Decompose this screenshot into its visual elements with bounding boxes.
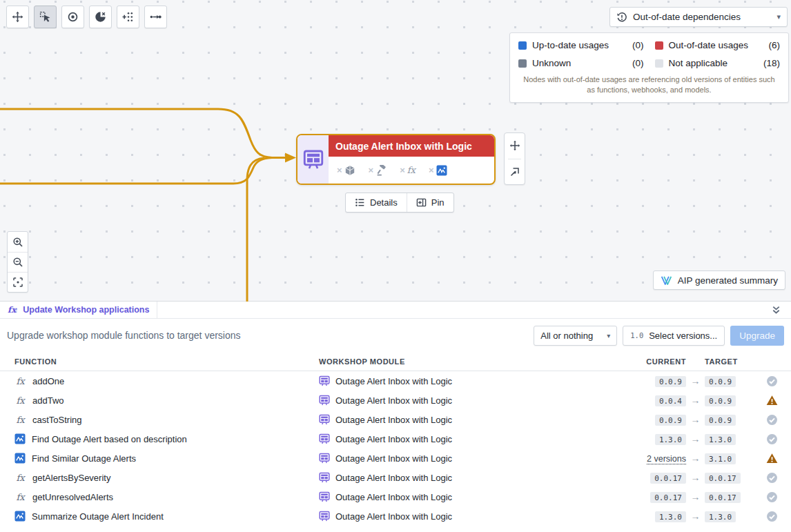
workshop-module-icon	[319, 414, 330, 425]
workshop-module-icon	[319, 491, 330, 502]
function-fx-icon: fx	[14, 415, 26, 425]
legend-item-unknown: Unknown (0)	[518, 58, 644, 68]
open-in-graph-button[interactable]	[505, 159, 525, 185]
object-cube-icon	[344, 165, 355, 176]
arrow-right-icon: →	[686, 375, 705, 386]
move-icon	[12, 11, 23, 23]
table-row[interactable]: Find Outage Alert based on description O…	[0, 429, 791, 449]
tab-update-workshop-applications[interactable]: fx↑ Update Workshop applications	[0, 302, 157, 318]
function-fx-icon: fx	[14, 395, 26, 406]
arrow-right-icon: →	[686, 395, 705, 406]
expand-connections-button[interactable]	[505, 133, 525, 159]
legend-count: (18)	[763, 58, 780, 68]
grid-dots-plus-icon	[122, 11, 134, 23]
workshop-module-icon	[319, 472, 330, 483]
function-fx-icon: fx	[14, 473, 26, 483]
function-fx-icon: fx	[407, 165, 416, 175]
status-ok-icon	[766, 511, 778, 522]
pie-filter-tool-button[interactable]	[89, 6, 112, 28]
up-to-date-swatch	[518, 41, 527, 50]
workshop-node-icon-cell	[297, 135, 329, 184]
dependency-graph-canvas[interactable]: Out-of-date dependencies ▾ Up-to-date us…	[0, 0, 791, 302]
target-tool-button[interactable]	[61, 6, 84, 28]
table-row[interactable]: fx addTwo Outage Alert Inbox with Logic …	[0, 391, 791, 410]
pin-panel-icon	[416, 197, 427, 208]
history-alert-icon	[616, 12, 627, 23]
function-name: addTwo	[32, 395, 64, 406]
arrow-right-icon: →	[686, 472, 705, 483]
zoom-out-button[interactable]	[8, 252, 28, 272]
function-aip-icon	[14, 453, 26, 464]
collapse-panel-button[interactable]	[761, 302, 791, 318]
legend-count: (0)	[632, 58, 644, 68]
target-version: 3.1.0	[705, 453, 736, 464]
version-count-badge: 1.0	[630, 331, 643, 339]
trace-connection-tool-button[interactable]	[144, 6, 167, 28]
fx-upgrade-icon: fx↑	[8, 305, 18, 315]
function-aip-icon	[14, 511, 26, 522]
usage-legend-panel: Up-to-date usages (0) Out-of-date usages…	[509, 32, 789, 103]
function-name: addOne	[32, 376, 64, 386]
select-tool-button[interactable]	[34, 6, 57, 28]
out-of-date-swatch	[655, 41, 663, 50]
update-workshop-panel: fx↑ Update Workshop applications Upgrade…	[0, 302, 791, 532]
aip-generated-summary-button[interactable]: AIP generated summary	[653, 270, 785, 290]
arrow-right-icon: →	[686, 511, 705, 522]
x-mark: ×	[337, 165, 342, 175]
upgrade-subtitle: Upgrade workshop module functions to tar…	[7, 330, 241, 341]
details-button[interactable]: Details	[346, 193, 407, 212]
legend-item-not-applicable: Not applicable (18)	[655, 58, 781, 68]
node-usage-row: × × × fx	[329, 157, 494, 184]
column-header-function: FUNCTION	[0, 357, 319, 366]
table-row[interactable]: fx addOne Outage Alert Inbox with Logic …	[0, 371, 791, 391]
pin-button[interactable]: Pin	[407, 193, 453, 212]
workshop-node[interactable]: Outage Alert Inbox with Logic × ×	[296, 134, 496, 185]
table-row[interactable]: Find Similar Outage Alerts Outage Alert …	[0, 449, 791, 468]
zoom-to-fit-button[interactable]	[8, 272, 28, 292]
filter-dropdown-label: Out-of-date dependencies	[633, 12, 741, 22]
arrow-right-icon: →	[686, 491, 705, 502]
chevron-down-icon: ▾	[607, 332, 610, 339]
module-name: Outage Alert Inbox with Logic	[335, 395, 452, 406]
current-version[interactable]: 2 versions	[647, 454, 686, 464]
zoom-in-button[interactable]	[8, 232, 28, 252]
double-chevron-down-icon	[771, 305, 781, 315]
select-cursor-icon	[39, 11, 51, 23]
upgrade-controls-row: Upgrade workshop module functions to tar…	[0, 319, 791, 352]
column-header-current: CURRENT	[609, 357, 686, 366]
target-version: 1.3.0	[705, 434, 736, 445]
target-version: 0.0.9	[705, 376, 736, 387]
x-mark: ×	[400, 165, 405, 175]
status-ok-icon	[766, 472, 778, 484]
arrow-right-icon: →	[686, 453, 705, 464]
table-row[interactable]: Summarize Outage Alert Incident Outage A…	[0, 506, 791, 526]
current-version: 0.0.9	[655, 376, 686, 387]
legend-label: Out-of-date usages	[669, 40, 749, 50]
upgrade-mode-select[interactable]: All or nothing ▾	[534, 326, 617, 346]
select-versions-label: Select versions...	[649, 331, 717, 341]
table-row[interactable]: fx getAlertsBySeverity Outage Alert Inbo…	[0, 468, 791, 487]
function-name: Find Similar Outage Alerts	[32, 453, 136, 464]
pie-chart-x-icon	[95, 11, 106, 23]
table-row[interactable]: fx castToString Outage Alert Inbox with …	[0, 410, 791, 429]
current-version: 1.3.0	[655, 434, 686, 445]
move-tool-button[interactable]	[6, 6, 29, 28]
upgrade-button[interactable]: Upgrade	[730, 326, 784, 346]
layout-grid-tool-button[interactable]	[117, 6, 139, 28]
dependency-filter-dropdown[interactable]: Out-of-date dependencies ▾	[609, 7, 788, 27]
legend-label: Unknown	[532, 58, 571, 68]
mode-select-value: All or nothing	[540, 331, 593, 341]
select-versions-button[interactable]: 1.0 Select versions...	[623, 326, 725, 346]
pin-label: Pin	[431, 197, 445, 208]
table-row[interactable]: fx getUnresolvedAlerts Outage Alert Inbo…	[0, 487, 791, 506]
zoom-out-icon	[12, 257, 23, 268]
action-usage: ×	[369, 165, 387, 176]
zoom-in-icon	[12, 237, 23, 248]
column-header-target: TARGET	[705, 357, 752, 366]
function-name: getAlertsBySeverity	[32, 473, 110, 483]
node-side-panel	[504, 132, 525, 185]
arrow-to-node-icon	[150, 11, 162, 23]
legend-item-up-to-date: Up-to-date usages (0)	[518, 40, 644, 50]
module-name: Outage Alert Inbox with Logic	[335, 434, 452, 444]
function-name: castToString	[32, 415, 82, 425]
